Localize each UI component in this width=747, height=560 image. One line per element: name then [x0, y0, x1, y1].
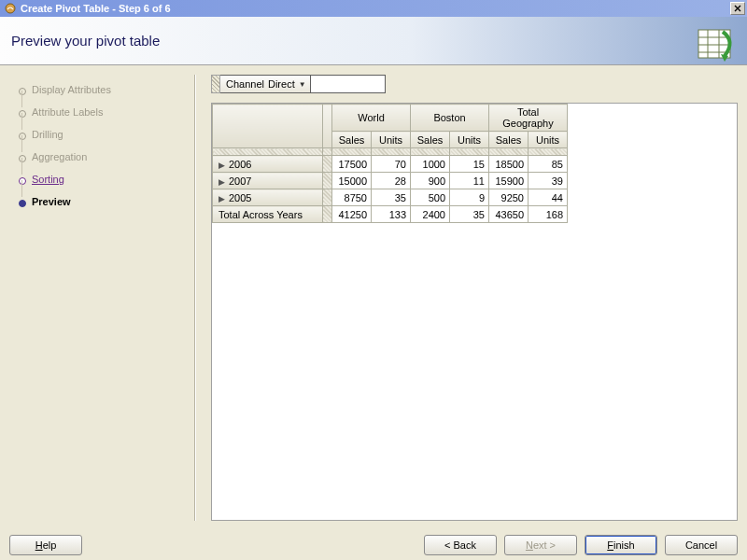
channel-filter-dropdown[interactable]: Channel Direct ▼: [220, 75, 311, 93]
step-aggregation: Aggregation: [13, 146, 190, 168]
table-row: [372, 148, 411, 156]
step-sidebar: Display Attributes Attribute Labels Dril…: [0, 65, 196, 530]
row-header[interactable]: ▶2007: [213, 173, 323, 189]
sub-col-header[interactable]: Units: [529, 132, 568, 148]
app-icon: [4, 2, 17, 15]
table-row: ▶20058750355009925044: [213, 189, 568, 206]
table-row: [529, 148, 568, 156]
pivot-row-handle-header: [323, 105, 332, 148]
table-row: [213, 148, 323, 156]
filter-dimension-label: Channel: [226, 78, 264, 90]
data-cell: 44: [529, 189, 568, 206]
data-cell: 8750: [332, 189, 372, 206]
back-button[interactable]: < Back: [424, 535, 497, 555]
data-cell: 15000: [332, 173, 372, 189]
svg-point-0: [6, 4, 15, 13]
data-cell: 39: [529, 173, 568, 189]
sub-col-header[interactable]: Units: [372, 132, 411, 148]
page-filter-bar: Channel Direct ▼: [211, 75, 738, 93]
window-title: Create Pivot Table - Step 6 of 6: [21, 3, 730, 14]
row-drag-handle-icon[interactable]: [323, 189, 332, 206]
close-button[interactable]: [730, 2, 745, 15]
step-sorting[interactable]: Sorting: [13, 168, 190, 190]
data-cell: 11: [450, 173, 489, 189]
data-cell: 85: [529, 156, 568, 173]
data-cell: 15: [450, 156, 489, 173]
wizard-header: Preview your pivot table: [0, 17, 747, 65]
page-title: Preview your pivot table: [11, 33, 160, 49]
wizard-button-bar: Help < Back Next > Finish Cancel: [0, 530, 747, 560]
expand-icon[interactable]: ▶: [218, 161, 225, 170]
data-cell: 41250: [332, 206, 372, 223]
finish-button[interactable]: Finish: [585, 535, 657, 555]
col-group-header[interactable]: Boston: [411, 105, 489, 132]
table-row: [411, 148, 450, 156]
filter-drag-handle-icon[interactable]: [211, 75, 220, 93]
pivot-wizard-icon: [697, 24, 736, 63]
step-list: Display Attributes Attribute Labels Dril…: [13, 78, 190, 213]
close-icon: [734, 5, 741, 12]
sub-col-header[interactable]: Sales: [411, 132, 450, 148]
data-cell: 18500: [489, 156, 529, 173]
expand-icon[interactable]: ▶: [218, 177, 225, 187]
filter-drop-target[interactable]: [311, 75, 386, 93]
title-bar: Create Pivot Table - Step 6 of 6: [0, 0, 747, 17]
data-cell: 35: [372, 189, 411, 206]
table-row: [450, 148, 489, 156]
row-drag-handle-icon[interactable]: [323, 206, 332, 223]
sub-col-header[interactable]: Units: [450, 132, 489, 148]
col-group-header[interactable]: World: [332, 105, 411, 132]
row-header[interactable]: ▶2005: [213, 189, 323, 206]
pivot-table: WorldBostonTotal GeographySalesUnitsSale…: [212, 104, 568, 223]
next-button[interactable]: Next >: [504, 535, 577, 555]
data-cell: 70: [372, 156, 411, 173]
table-row: [489, 148, 529, 156]
row-header[interactable]: ▶2006: [213, 156, 323, 173]
data-cell: 28: [372, 173, 411, 189]
col-group-header[interactable]: Total Geography: [489, 105, 568, 132]
step-display-attributes: Display Attributes: [13, 78, 190, 101]
data-cell: 168: [529, 206, 568, 223]
data-cell: 35: [450, 206, 489, 223]
data-cell: 2400: [411, 206, 450, 223]
step-preview: Preview: [13, 190, 190, 213]
step-attribute-labels: Attribute Labels: [13, 101, 190, 123]
data-cell: 133: [372, 206, 411, 223]
pivot-preview-pane[interactable]: WorldBostonTotal GeographySalesUnitsSale…: [211, 103, 738, 521]
table-row: ▶200617500701000151850085: [213, 156, 568, 173]
cancel-button[interactable]: Cancel: [665, 535, 738, 555]
table-row: [323, 148, 332, 156]
sidebar-divider: [194, 75, 196, 521]
help-button[interactable]: Help: [9, 535, 82, 555]
data-cell: 500: [411, 189, 450, 206]
row-drag-handle-icon[interactable]: [323, 173, 332, 189]
chevron-down-icon: ▼: [299, 80, 306, 89]
sub-col-header[interactable]: Sales: [332, 132, 372, 148]
sub-col-header[interactable]: Sales: [489, 132, 529, 148]
pivot-corner: [213, 105, 323, 148]
data-cell: 43650: [489, 206, 529, 223]
expand-icon[interactable]: ▶: [218, 194, 225, 203]
table-row: ▶20071500028900111590039: [213, 173, 568, 189]
data-cell: 17500: [332, 156, 372, 173]
data-cell: 9250: [489, 189, 529, 206]
data-cell: 900: [411, 173, 450, 189]
step-drilling: Drilling: [13, 123, 190, 146]
data-cell: 15900: [489, 173, 529, 189]
data-cell: 1000: [411, 156, 450, 173]
row-drag-handle-icon[interactable]: [323, 156, 332, 173]
data-cell: 9: [450, 189, 489, 206]
filter-value-label: Direct: [268, 78, 295, 90]
total-row-header: Total Across Years: [213, 206, 323, 223]
table-row: [332, 148, 372, 156]
table-row: Total Across Years4125013324003543650168: [213, 206, 568, 223]
